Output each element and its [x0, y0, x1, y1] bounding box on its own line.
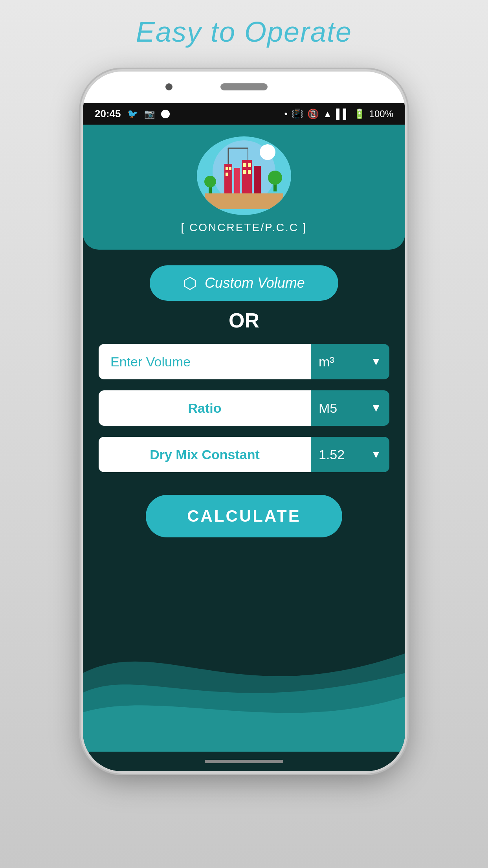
home-indicator	[83, 752, 405, 771]
custom-volume-button[interactable]: ⬡ Custom Volume	[150, 265, 338, 301]
app-label: [ CONCRETE/P.C.C ]	[181, 221, 307, 234]
phone-icon: 📵	[307, 108, 319, 120]
phone-frame: 20:45 🐦 📷 • 📳 📵 ▲ ▌▌ 🔋 100%	[83, 72, 405, 771]
signal-icon: ▌▌	[336, 108, 350, 120]
volume-input-row: m³ ▼	[99, 344, 389, 379]
svg-rect-3	[234, 168, 240, 195]
dry-mix-unit-dropdown[interactable]: 1.52 ▼	[311, 437, 389, 472]
ratio-input-row: Ratio M5 ▼	[99, 390, 389, 426]
app-logo	[197, 136, 291, 215]
dry-mix-label: Dry Mix Constant	[99, 437, 311, 472]
svg-rect-18	[248, 163, 251, 167]
custom-volume-label: Custom Volume	[205, 275, 305, 291]
twitter-icon: 🐦	[127, 109, 138, 119]
status-right: • 📳 📵 ▲ ▌▌ 🔋 100%	[284, 108, 393, 120]
phone-speaker	[220, 83, 268, 90]
or-divider: OR	[229, 309, 259, 332]
dry-mix-unit-label: 1.52	[319, 447, 345, 462]
wifi-icon: ▲	[323, 108, 332, 120]
cube-icon: ⬡	[183, 274, 197, 292]
ratio-label: Ratio	[99, 390, 311, 426]
volume-unit-label: m³	[319, 354, 334, 370]
dry-mix-input-row: Dry Mix Constant 1.52 ▼	[99, 437, 389, 472]
app-content: [ CONCRETE/P.C.C ] ⬡ Custom Volume OR	[83, 125, 405, 771]
volume-dropdown-arrow: ▼	[371, 355, 382, 368]
vibrate-icon: 📳	[292, 108, 303, 120]
ratio-unit-dropdown[interactable]: M5 ▼	[311, 390, 389, 426]
home-bar	[205, 760, 283, 763]
svg-rect-20	[248, 170, 251, 174]
battery-percent: 100%	[369, 108, 393, 120]
status-bar: 20:45 🐦 📷 • 📳 📵 ▲ ▌▌ 🔋 100%	[83, 103, 405, 125]
svg-rect-16	[226, 173, 228, 176]
form-content: ⬡ Custom Volume OR m³ ▼ Ratio	[99, 265, 389, 537]
svg-point-11	[204, 176, 216, 188]
volume-input[interactable]	[99, 344, 311, 379]
battery-icon: 🔋	[354, 108, 365, 120]
wave-background	[83, 594, 405, 752]
time-display: 20:45	[95, 108, 121, 120]
svg-rect-14	[226, 167, 228, 170]
volume-unit-dropdown[interactable]: m³ ▼	[311, 344, 389, 379]
status-left: 20:45 🐦 📷	[95, 108, 170, 120]
instagram-icon: 📷	[144, 109, 155, 119]
svg-rect-15	[229, 167, 231, 170]
svg-rect-9	[205, 193, 283, 209]
construction-icon	[201, 140, 287, 211]
ratio-unit-label: M5	[319, 401, 337, 416]
ratio-dropdown-arrow: ▼	[371, 402, 382, 414]
calculate-button[interactable]: CALCULATE	[146, 495, 342, 537]
svg-rect-17	[243, 163, 246, 167]
svg-point-1	[260, 144, 275, 160]
svg-point-13	[268, 171, 282, 185]
phone-top	[83, 72, 405, 103]
phone-camera	[165, 83, 172, 90]
page-title: Easy to Operate	[136, 16, 352, 48]
app-header: [ CONCRETE/P.C.C ]	[83, 125, 405, 250]
circle-icon	[161, 110, 170, 118]
dry-mix-dropdown-arrow: ▼	[371, 448, 382, 461]
form-area: ⬡ Custom Volume OR m³ ▼ Ratio	[83, 250, 405, 752]
dot-icon: •	[284, 108, 287, 120]
svg-rect-5	[254, 166, 261, 195]
svg-rect-19	[243, 170, 246, 174]
